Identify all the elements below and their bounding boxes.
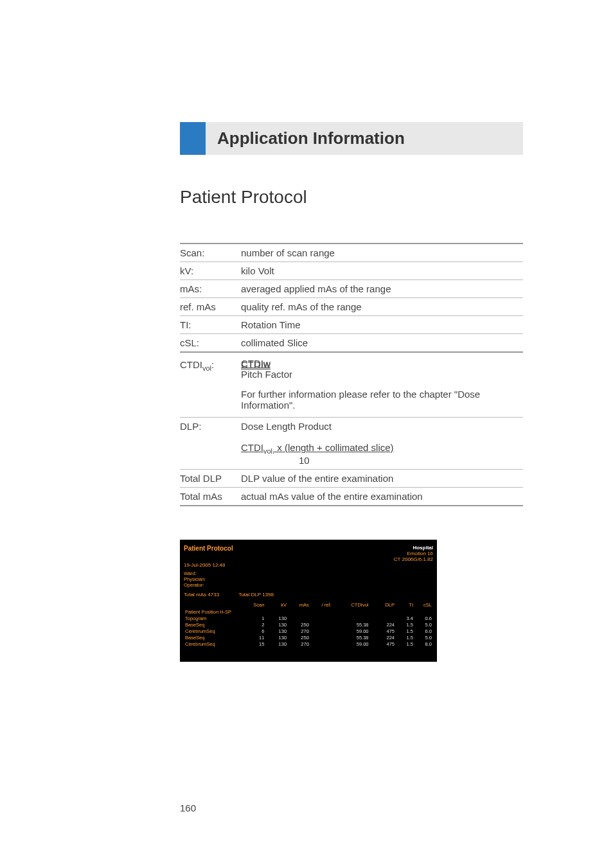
- ss-meta: Ward: Physician: Operator:: [184, 571, 433, 588]
- ss-operator: Operator:: [184, 582, 433, 588]
- section-title: Patient Protocol: [180, 187, 523, 208]
- ss-cell: 59.00: [333, 628, 370, 634]
- ss-cell: 130: [265, 628, 288, 634]
- ss-cell: 224: [370, 621, 396, 628]
- ss-cell: 130: [265, 634, 288, 641]
- ss-cell: 6.0: [414, 628, 433, 634]
- def-dlp-term: DLP:: [180, 418, 241, 470]
- def-desc: Rotation Time: [241, 316, 523, 334]
- def-term: Total mAs: [180, 488, 241, 506]
- ss-cell: 130: [265, 641, 288, 647]
- def-ctdi-term: CTDIvol:: [180, 352, 241, 418]
- ss-cell: 475: [370, 641, 396, 647]
- ss-position-row: Patient Position H-SP: [184, 608, 433, 615]
- def-term: kV:: [180, 262, 241, 280]
- ss-cell: 1.5: [396, 634, 414, 641]
- def-term: TI:: [180, 316, 241, 334]
- table-row: BaseSeq 2 130 250 55.38 224 1.5 5.0: [184, 621, 433, 628]
- def-desc: number of scan range: [241, 244, 523, 262]
- patient-protocol-screenshot: Patient Protocol Hospital Emotion 16 CT …: [180, 540, 437, 662]
- ss-cell: [310, 628, 333, 634]
- def-term: ref. mAs: [180, 298, 241, 316]
- header-title-box: Application Information: [206, 122, 523, 155]
- ss-cell: [310, 641, 333, 647]
- ss-system2: CT 2006G/6.1.82: [394, 556, 433, 562]
- ss-cell: 250: [288, 634, 310, 641]
- ss-physician: Physician:: [184, 576, 433, 582]
- ss-th: Scan: [244, 601, 266, 608]
- ss-data-table: Scan kV mAs / ref. CTDIvol DLP TI cSL Pa…: [184, 601, 433, 647]
- ss-th: kV: [265, 601, 288, 608]
- ss-cell: Topogram: [184, 615, 244, 621]
- header-color-block: [180, 122, 206, 155]
- ss-cell: 15: [244, 641, 266, 647]
- def-desc: kilo Volt: [241, 262, 523, 280]
- ss-th: CTDIvol: [333, 601, 370, 608]
- ss-th: mAs: [288, 601, 310, 608]
- ss-cell: [333, 615, 370, 621]
- ss-cell: 270: [288, 628, 310, 634]
- ss-total-dlp: Total DLP 1398: [238, 592, 274, 598]
- ss-cell: 250: [288, 621, 310, 628]
- ss-cell: 475: [370, 628, 396, 634]
- definitions-table: Scan: number of scan range kV: kilo Volt…: [180, 243, 523, 513]
- ss-cell: 130: [265, 621, 288, 628]
- ctdi-formula-denominator: Pitch Factor: [241, 369, 523, 380]
- ss-th: [184, 601, 244, 608]
- ss-th: TI: [396, 601, 414, 608]
- ss-system1: Emotion 16: [394, 551, 433, 556]
- ctdi-suffix: :: [211, 359, 214, 370]
- ss-cell: 1: [244, 615, 266, 621]
- ss-total-mas: Total mAs 4733: [184, 592, 219, 598]
- def-term: Total DLP: [180, 470, 241, 488]
- ss-date: 19-Jul-2005 12:48: [184, 562, 433, 568]
- ctdi-prefix: CTDI: [180, 359, 202, 370]
- chapter-header: Application Information: [180, 122, 523, 155]
- def-term: Scan:: [180, 244, 241, 262]
- ss-cell: [370, 615, 396, 621]
- ss-totals: Total mAs 4733 Total DLP 1398: [184, 592, 433, 598]
- ss-cell: 2: [244, 621, 266, 628]
- ss-cell: 8.0: [414, 641, 433, 647]
- dlp-desc-text: Dose Length Product: [241, 421, 523, 432]
- ss-cell: BaseSeq: [184, 621, 244, 628]
- chapter-title: Application Information: [217, 128, 511, 148]
- table-row: BaseSeq 11 130 250 55.38 224 1.5 5.0: [184, 634, 433, 641]
- ss-cell: 11: [244, 634, 266, 641]
- ss-header-row: Scan kV mAs / ref. CTDIvol DLP TI cSL: [184, 601, 433, 608]
- ss-cell: 0.6: [414, 615, 433, 621]
- ss-cell: 6: [244, 628, 266, 634]
- ss-cell: [288, 615, 310, 621]
- def-term: cSL:: [180, 334, 241, 353]
- ss-cell: [310, 615, 333, 621]
- ss-cell: [310, 621, 333, 628]
- ss-hospital: Hospital: [394, 545, 433, 551]
- def-desc: quality ref. mAs of the range: [241, 298, 523, 316]
- ss-cell: [310, 634, 333, 641]
- ss-cell: 55.38: [333, 634, 370, 641]
- page-content: Application Information Patient Protocol…: [0, 0, 613, 662]
- ctdi-sub: vol: [202, 364, 211, 372]
- ss-cell: 1.5: [396, 628, 414, 634]
- ss-cell: 1.5: [396, 641, 414, 647]
- def-desc: averaged applied mAs of the range: [241, 280, 523, 298]
- ss-cell: 130: [265, 615, 288, 621]
- dlp-formula-numerator: CTDIvol. x (length + collimated slice): [241, 442, 523, 455]
- ss-cell: BaseSeq: [184, 634, 244, 641]
- page-number: 160: [180, 802, 196, 813]
- def-desc: actual mAs value of the entire examinati…: [241, 488, 523, 506]
- ss-cell: 3.4: [396, 615, 414, 621]
- table-row: CerebrumSeq 15 130 270 59.00 475 1.5 8.0: [184, 641, 433, 647]
- ss-cell: 5.0: [414, 621, 433, 628]
- ss-cell: 5.0: [414, 634, 433, 641]
- table-row: Topogram 1 130 3.4 0.6: [184, 615, 433, 621]
- ss-cell: CerebrumSeq: [184, 628, 244, 634]
- table-row: CerebrumSeq 6 130 270 59.00 475 1.5 6.0: [184, 628, 433, 634]
- def-term: mAs:: [180, 280, 241, 298]
- ss-cell: CerebrumSeq: [184, 641, 244, 647]
- def-desc: DLP value of the entire examination: [241, 470, 523, 488]
- ss-cell: 270: [288, 641, 310, 647]
- def-desc: collimated Slice: [241, 334, 523, 353]
- ss-cell: 55.38: [333, 621, 370, 628]
- ss-th: / ref.: [310, 601, 333, 608]
